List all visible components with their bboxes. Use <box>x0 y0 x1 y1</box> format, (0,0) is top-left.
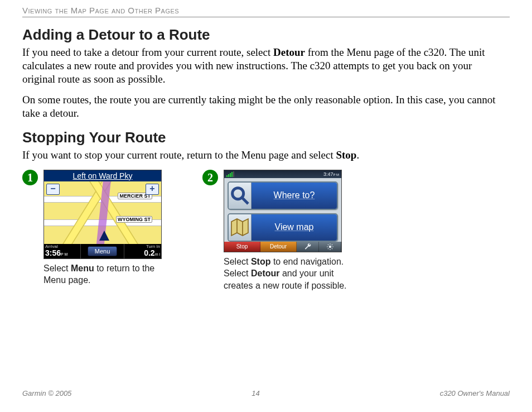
footer-left: Garmin © 2005 <box>22 389 71 397</box>
text: 3:47 <box>323 171 333 177</box>
wrench-icon <box>304 243 312 251</box>
status-bar: 3:47P M <box>224 170 341 178</box>
view-map-label: View map <box>252 214 337 241</box>
brightness-button[interactable] <box>319 242 341 252</box>
svg-line-12 <box>331 244 332 245</box>
menu-button[interactable]: Menu <box>88 246 117 256</box>
text: . <box>356 149 359 161</box>
section1-para1: If you need to take a detour from your c… <box>22 46 507 85</box>
turn-cell: Turn In 0.2m i <box>124 244 161 258</box>
street-label-2: WYOMING ST <box>116 216 152 223</box>
text: If you need to take a detour from your c… <box>22 46 273 58</box>
section1-para2: On some routes, the route you are curren… <box>22 93 507 120</box>
bold-menu: Menu <box>71 264 94 273</box>
text: P M <box>333 173 339 176</box>
step1-caption: Select Menu to return to the Menu page. <box>43 262 175 286</box>
where-to-label: Where to? <box>252 183 337 209</box>
zoom-out-button[interactable]: − <box>46 184 60 195</box>
step2-caption: Select Stop to end navigation. Select De… <box>224 256 355 292</box>
brightness-icon <box>326 243 334 251</box>
svg-point-0 <box>233 188 244 199</box>
svg-point-5 <box>328 245 331 248</box>
menu-cell: Menu <box>81 244 124 258</box>
bold-stop: Stop <box>336 149 356 161</box>
step-1: 1 Left on Ward Pky MERCIER ST WYOMING ST… <box>22 170 175 292</box>
page-number: 14 <box>252 389 259 397</box>
search-icon <box>229 183 252 209</box>
map-canvas: MERCIER ST WYOMING ST − + <box>44 181 161 244</box>
bold-detour: Detour <box>273 46 305 58</box>
footer-right: c320 Owner's Manual <box>440 389 510 397</box>
svg-line-1 <box>243 198 248 204</box>
section2-para: If you want to stop your current route, … <box>22 148 507 162</box>
text: 3:56 <box>45 248 61 257</box>
settings-button[interactable] <box>297 242 319 252</box>
svg-line-11 <box>331 248 332 248</box>
text: If you want to stop your current route, … <box>22 149 336 161</box>
bold-stop: Stop <box>251 257 271 266</box>
satellite-icon <box>226 171 234 177</box>
svg-line-10 <box>327 244 328 245</box>
view-map-button[interactable]: View map <box>228 213 338 242</box>
running-header: Viewing the Map Page and Other Pages <box>22 6 510 17</box>
text: P M <box>61 252 67 256</box>
detour-button[interactable]: Detour <box>260 242 297 252</box>
clock: 3:47P M <box>323 171 339 177</box>
bold-detour: Detour <box>251 269 280 278</box>
zoom-in-button[interactable]: + <box>146 184 159 195</box>
text: Select <box>43 264 71 273</box>
vehicle-icon <box>99 231 109 241</box>
text: m i <box>155 252 160 256</box>
svg-line-13 <box>327 248 328 248</box>
arrival-value: 3:56P M <box>45 248 67 257</box>
step-number-2: 2 <box>202 170 218 185</box>
map-icon <box>229 214 252 241</box>
section-title-stop: Stopping Your Route <box>22 129 510 146</box>
text: 0.2 <box>144 248 154 257</box>
step-number-1: 1 <box>22 170 38 185</box>
text: Select <box>224 257 251 266</box>
section-title-detour: Adding a Detour to a Route <box>22 26 510 44</box>
turn-value: 0.2m i <box>144 248 160 257</box>
map-screen: Left on Ward Pky MERCIER ST WYOMING ST −… <box>43 170 162 259</box>
next-turn-title: Left on Ward Pky <box>44 170 161 181</box>
step-2: 2 3:47P M <box>202 170 355 292</box>
page-footer: Garmin © 2005 14 c320 Owner's Manual <box>22 389 510 397</box>
stop-button[interactable]: Stop <box>224 242 260 252</box>
svg-marker-2 <box>231 219 248 236</box>
where-to-button[interactable]: Where to? <box>228 181 338 210</box>
menu-screen: 3:47P M Where to? <box>224 170 342 252</box>
arrival-cell: Arrival 3:56P M <box>44 244 81 258</box>
